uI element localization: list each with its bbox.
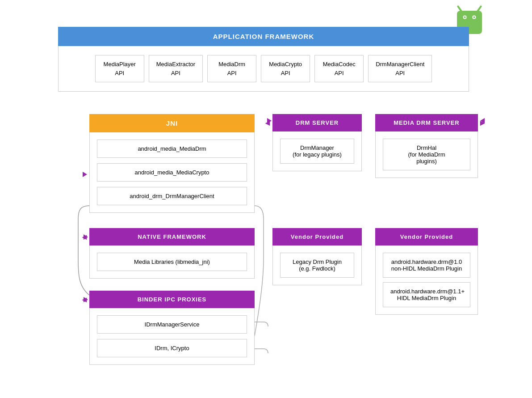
binder-header: ◄ BINDER IPC PROXIES	[89, 291, 255, 308]
media-drm-server-item-drmhal: DrmHal(for MediaDrmplugins)	[383, 139, 470, 170]
vendor-right-header: Vendor Provided	[375, 228, 478, 246]
drm-server-body: DrmManager(for legacy plugins)	[272, 131, 362, 171]
vendor-left-section: Vendor Provided Legacy Drm Plugin(e.g. F…	[272, 228, 362, 285]
binder-body: IDrmManagerService IDrm, ICrypto	[89, 308, 255, 365]
media-drm-server-section: ► MEDIA DRM SERVER DrmHal(for MediaDrmpl…	[375, 114, 478, 178]
app-framework: APPLICATION FRAMEWORK MediaPlayerAPI Med…	[58, 27, 469, 92]
vendor-right-body: android.hardware.drm@1.0non-HIDL MediaDr…	[375, 246, 478, 315]
api-box-mediacrypto: MediaCryptoAPI	[261, 55, 310, 82]
native-framework-header: ◄ NATIVE FRAMEWORK	[89, 228, 255, 246]
api-box-drmmanagerclient: DrmManagerClientAPI	[368, 55, 432, 82]
binder-item-idrmmanagerservice: IDrmManagerService	[97, 315, 247, 334]
jni-header: JNI	[89, 114, 255, 132]
binder-section: ◄ BINDER IPC PROXIES IDrmManagerService …	[89, 291, 255, 365]
drm-server-section: ◄ DRM SERVER DrmManager(for legacy plugi…	[272, 114, 362, 171]
app-framework-body: MediaPlayerAPI MediaExtractorAPI MediaDr…	[58, 46, 469, 92]
native-framework-item-medialibraries: Media Libraries (libmedia_jni)	[97, 253, 247, 271]
jni-section: JNI android_media_MediaDrm android_media…	[89, 114, 255, 213]
api-box-mediaextractor: MediaExtractorAPI	[149, 55, 203, 82]
vendor-right-section: Vendor Provided android.hardware.drm@1.0…	[375, 228, 478, 315]
jni-body: android_media_MediaDrm android_media_Med…	[89, 132, 255, 213]
diagram-container: APPLICATION FRAMEWORK MediaPlayerAPI Med…	[0, 0, 532, 398]
media-drm-server-header: ► MEDIA DRM SERVER	[375, 114, 478, 131]
jni-item-mediadrm: android_media_MediaDrm	[97, 140, 247, 158]
svg-point-10	[473, 16, 475, 18]
api-box-mediaplayer: MediaPlayerAPI	[95, 55, 144, 82]
jni-item-mediacrypto: android_media_MediaCrypto	[97, 163, 247, 182]
vendor-left-header: Vendor Provided	[272, 228, 362, 246]
vendor-right-item-2: android.hardware.drm@1.1+HIDL MediaDrm P…	[383, 282, 470, 307]
api-box-mediadrm: MediaDrmAPI	[207, 55, 256, 82]
drm-server-header: ◄ DRM SERVER	[272, 114, 362, 131]
svg-point-9	[464, 16, 466, 18]
media-drm-server-body: DrmHal(for MediaDrmplugins)	[375, 131, 478, 178]
drm-server-item-drmmanager: DrmManager(for legacy plugins)	[280, 139, 354, 164]
vendor-left-item-legacy: Legacy Drm Plugin(e.g. Fwdlock)	[280, 253, 354, 278]
native-framework-body: Media Libraries (libmedia_jni)	[89, 246, 255, 279]
binder-item-idrm-icrypto: IDrm, ICrypto	[97, 339, 247, 357]
jni-item-drmmanagerclient: android_drm_DrmManagerClient	[97, 187, 247, 205]
vendor-left-body: Legacy Drm Plugin(e.g. Fwdlock)	[272, 246, 362, 285]
svg-marker-0	[83, 172, 87, 177]
api-box-mediacodec: MediaCodecAPI	[314, 55, 364, 82]
native-framework-section: ◄ NATIVE FRAMEWORK Media Libraries (libm…	[89, 228, 255, 279]
vendor-right-item-1: android.hardware.drm@1.0non-HIDL MediaDr…	[383, 253, 470, 278]
app-framework-header: APPLICATION FRAMEWORK	[58, 27, 469, 46]
